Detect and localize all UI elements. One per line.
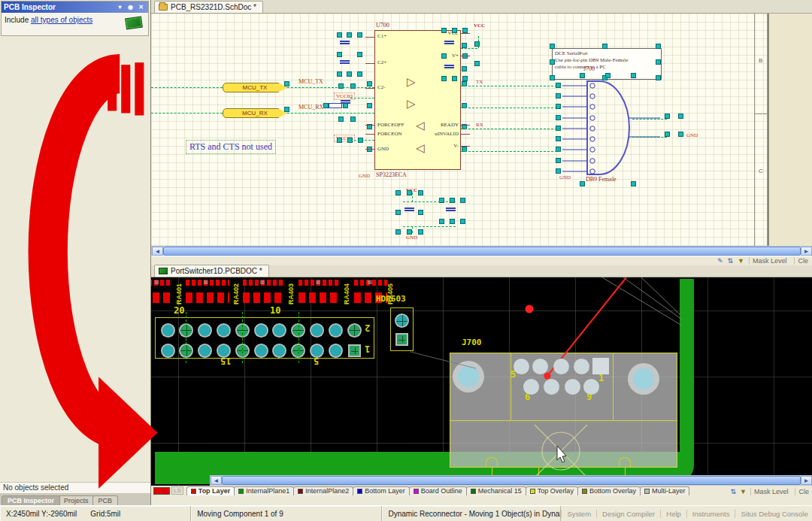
selection-handle[interactable] bbox=[395, 210, 401, 215]
pad-1[interactable] bbox=[592, 358, 609, 374]
pad[interactable] bbox=[310, 323, 324, 338]
vcc-power-port[interactable]: VCC bbox=[474, 23, 485, 29]
selection-handle[interactable] bbox=[450, 219, 455, 224]
wire[interactable] bbox=[461, 48, 477, 49]
selection-handle[interactable] bbox=[441, 76, 447, 81]
selection-handle[interactable] bbox=[631, 181, 636, 186]
selection-handle[interactable] bbox=[337, 52, 342, 57]
selection-handle[interactable] bbox=[407, 229, 412, 235]
gnd-power-port[interactable]: GND bbox=[359, 173, 370, 179]
selection-handle[interactable] bbox=[284, 81, 289, 86]
selection-handle[interactable] bbox=[418, 190, 423, 195]
selection-handle[interactable] bbox=[441, 28, 447, 33]
schdoc-tab[interactable]: PCB_RS2321D.SchDoc * bbox=[154, 1, 263, 13]
wire[interactable] bbox=[151, 87, 223, 88]
netlabel-tx[interactable]: TX bbox=[476, 79, 483, 85]
selection-handle[interactable] bbox=[556, 93, 561, 98]
selection-handle[interactable] bbox=[580, 181, 585, 186]
wire[interactable] bbox=[350, 98, 374, 98]
wire[interactable] bbox=[461, 108, 561, 108]
selection-handle[interactable] bbox=[439, 219, 444, 224]
wire[interactable] bbox=[412, 192, 413, 202]
layer-tab-top-overlay[interactable]: Top Overlay bbox=[526, 486, 578, 495]
wire[interactable] bbox=[287, 113, 374, 114]
pin-stub[interactable] bbox=[461, 146, 470, 147]
schematic-hscrollbar[interactable]: ◄ ► bbox=[151, 246, 812, 256]
panel-close-icon[interactable]: ✕ bbox=[136, 3, 146, 11]
tab-pcb-inspector[interactable]: PCB Inspector bbox=[2, 495, 60, 505]
selection-handle[interactable] bbox=[556, 115, 561, 120]
layer-tab-bottom-layer[interactable]: Bottom Layer bbox=[353, 486, 410, 495]
scroll-left-icon[interactable]: ◄ bbox=[152, 247, 163, 256]
pad[interactable] bbox=[217, 323, 231, 338]
pcb-inspector-titlebar[interactable]: PCB Inspector ▾ ◉ ✕ bbox=[2, 2, 148, 13]
component-ra[interactable]: ⊠ bbox=[243, 280, 285, 304]
pad[interactable] bbox=[329, 323, 343, 338]
component-ra[interactable]: ⊠ bbox=[186, 280, 229, 304]
pin-stub[interactable] bbox=[461, 56, 470, 56]
schematic-canvas[interactable]: B C U700 SP3223ECA C1+ C2+ C2- FORCEOFF … bbox=[151, 14, 812, 246]
netlabel-rx[interactable]: RX bbox=[476, 122, 483, 128]
component-ra[interactable]: ⊠ bbox=[298, 280, 341, 304]
sort-icon[interactable]: ⇅ bbox=[727, 257, 733, 265]
object-filter-link[interactable]: all types of objects bbox=[31, 16, 92, 24]
selection-handle[interactable] bbox=[338, 117, 344, 122]
selection-handle[interactable] bbox=[656, 59, 661, 65]
wire[interactable] bbox=[151, 113, 223, 114]
sort-icon[interactable]: ⇅ bbox=[730, 488, 736, 495]
layer-tab-internalplane2[interactable]: InternalPlane2 bbox=[293, 486, 353, 495]
port-mcu-tx[interactable]: MCU_TX bbox=[223, 83, 287, 92]
selection-handle[interactable] bbox=[441, 53, 447, 59]
pad[interactable] bbox=[523, 379, 539, 395]
selection-handle[interactable] bbox=[462, 43, 467, 48]
pad-1[interactable] bbox=[348, 344, 361, 357]
panel-button-situs-debug[interactable]: Situs Debug Console bbox=[735, 510, 812, 518]
gnd-power-port[interactable]: GND bbox=[686, 132, 698, 138]
component-ra[interactable]: ⊠ bbox=[151, 280, 172, 304]
pin-stub[interactable] bbox=[365, 134, 374, 135]
wire[interactable] bbox=[412, 226, 413, 233]
pad[interactable] bbox=[329, 344, 343, 358]
pad[interactable] bbox=[161, 323, 175, 338]
selection-handle[interactable] bbox=[550, 75, 555, 80]
selection-handle[interactable] bbox=[284, 107, 289, 112]
selection-handle[interactable] bbox=[605, 73, 611, 78]
wire[interactable] bbox=[461, 86, 561, 86]
selection-handle[interactable] bbox=[452, 76, 457, 81]
selection-handle[interactable] bbox=[357, 71, 362, 77]
layer-tab-mechanical15[interactable]: Mechanical 15 bbox=[466, 486, 526, 495]
selection-handle[interactable] bbox=[367, 81, 372, 86]
capacitor-symbol[interactable] bbox=[446, 207, 456, 211]
clear-button[interactable]: Cle bbox=[795, 488, 812, 495]
selection-handle[interactable] bbox=[556, 168, 561, 174]
selection-handle[interactable] bbox=[337, 71, 342, 77]
selection-handle[interactable] bbox=[357, 52, 362, 57]
layer-tab-bottom-overlay[interactable]: Bottom Overlay bbox=[577, 486, 641, 495]
selection-handle[interactable] bbox=[460, 219, 465, 224]
selection-handle[interactable] bbox=[395, 190, 401, 195]
pad[interactable] bbox=[583, 379, 599, 395]
clear-button[interactable]: Cle bbox=[794, 257, 811, 265]
pad[interactable] bbox=[395, 314, 409, 328]
wire[interactable] bbox=[403, 226, 456, 227]
pencil-icon[interactable]: ✎ bbox=[717, 257, 723, 265]
pad[interactable] bbox=[217, 344, 231, 358]
pad[interactable] bbox=[198, 323, 212, 338]
capacitor-symbol[interactable] bbox=[340, 60, 350, 64]
wire[interactable] bbox=[461, 129, 561, 129]
panel-button-system[interactable]: System bbox=[561, 510, 596, 518]
pin-stub[interactable] bbox=[365, 88, 374, 89]
pin-stub[interactable] bbox=[365, 125, 374, 126]
selection-handle[interactable] bbox=[550, 59, 555, 65]
selection-handle[interactable] bbox=[350, 117, 356, 122]
pad[interactable] bbox=[254, 323, 268, 338]
pin-stub[interactable] bbox=[461, 33, 470, 34]
panel-button-instruments[interactable]: Instruments bbox=[686, 510, 735, 518]
gnd-power-port[interactable]: GND bbox=[559, 174, 571, 180]
pad[interactable] bbox=[553, 359, 569, 374]
panel-button-design-compiler[interactable]: Design Compiler bbox=[596, 510, 660, 518]
selection-handle[interactable] bbox=[418, 210, 423, 215]
selection-handle[interactable] bbox=[337, 138, 342, 143]
tab-projects[interactable]: Projects bbox=[58, 495, 95, 505]
selection-handle[interactable] bbox=[550, 44, 555, 49]
